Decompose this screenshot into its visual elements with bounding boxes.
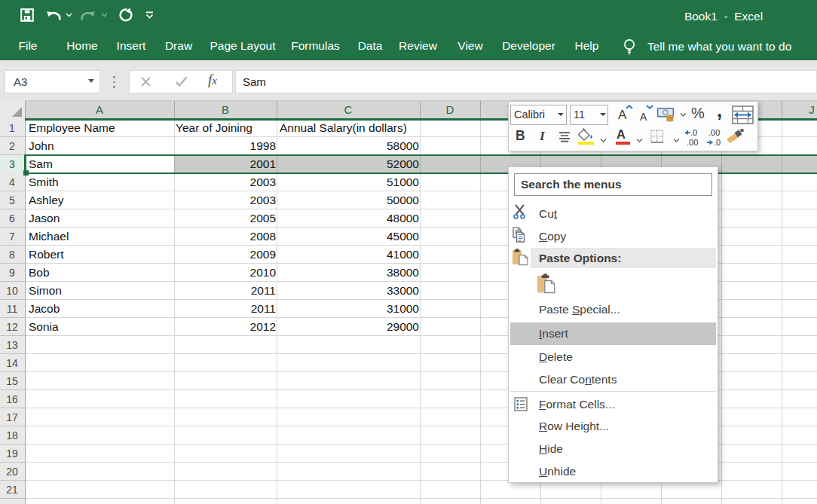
svg-text:.00: .00 <box>708 128 720 137</box>
svg-text:.0: .0 <box>690 128 697 137</box>
svg-text:.00: .00 <box>687 138 698 147</box>
svg-text:.0: .0 <box>714 138 721 147</box>
